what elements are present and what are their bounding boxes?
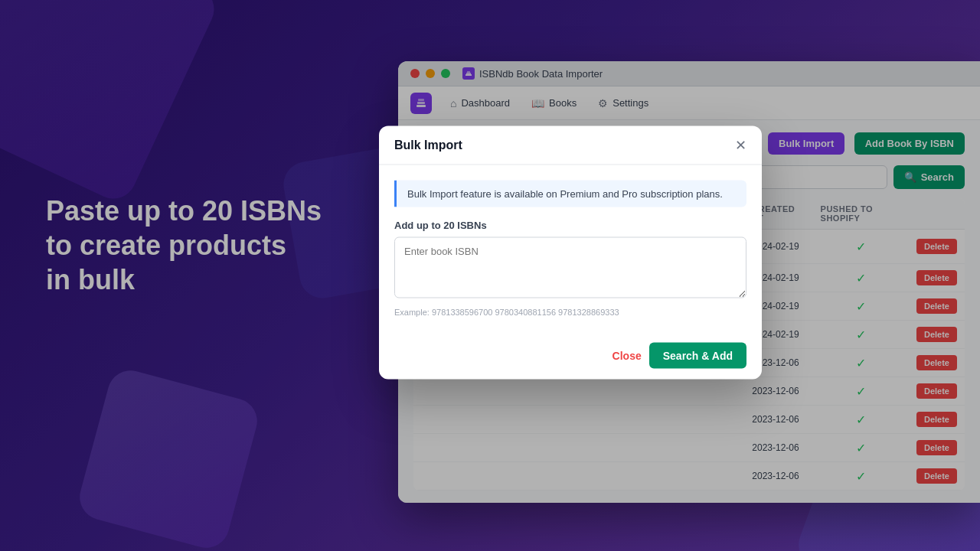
isbn-field-label: Add up to 20 ISBNs <box>394 220 746 231</box>
bulk-import-modal: Bulk Import ✕ Bulk Import feature is ava… <box>379 126 762 380</box>
modal-header: Bulk Import ✕ <box>379 126 762 165</box>
search-add-button[interactable]: Search & Add <box>649 343 746 369</box>
isbn-example: Example: 9781338596700 9780340881156 978… <box>394 308 746 317</box>
modal-title: Bulk Import <box>394 139 462 152</box>
modal-overlay: Bulk Import ✕ Bulk Import feature is ava… <box>0 0 980 551</box>
modal-close-button[interactable]: ✕ <box>735 139 746 152</box>
modal-body: Bulk Import feature is available on Prem… <box>379 165 762 332</box>
isbn-textarea[interactable] <box>394 237 746 298</box>
close-button[interactable]: Close <box>612 350 642 362</box>
info-banner: Bulk Import feature is available on Prem… <box>394 181 746 207</box>
modal-footer: Close Search & Add <box>379 332 762 380</box>
